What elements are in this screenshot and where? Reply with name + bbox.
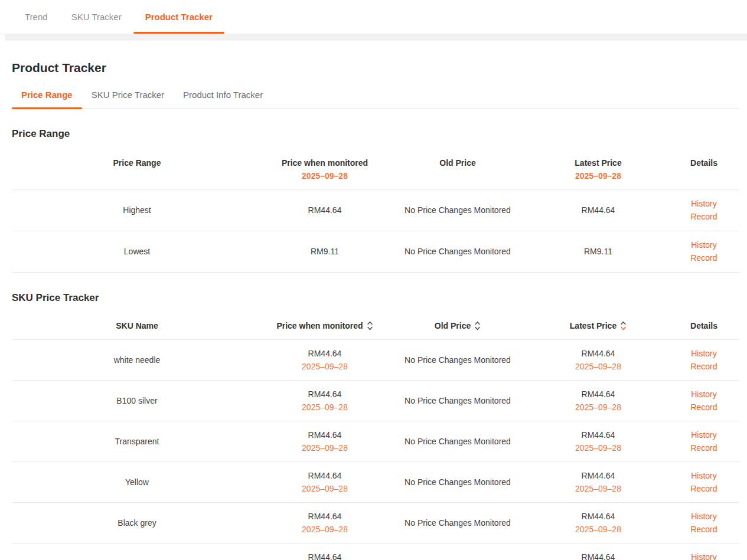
col-header-details: Details <box>668 149 739 189</box>
col-header-old-price-sortable[interactable]: Old Price <box>387 313 528 340</box>
sort-caret-down-icon <box>621 328 625 330</box>
price-range-header-row: Price Range Price when monitored 2025–09… <box>12 149 739 189</box>
primary-tab-bar: Trend SKU Tracker Product Tracker <box>0 0 747 34</box>
latest-price-cell: RM44.64 2025–09–28 <box>528 340 668 381</box>
history-record-link[interactable]: History Record <box>683 238 725 264</box>
sku-price-tracker-table: SKU Name Price when monitored Old Price <box>12 313 739 560</box>
col-header-price-range: Price Range <box>12 149 262 189</box>
subtab-product-info-tracker-label: Product Info Tracker <box>183 90 263 100</box>
old-price-cell: No Price Changes Monitored <box>387 421 528 462</box>
history-record-link[interactable]: History Record <box>683 510 725 536</box>
details-cell: History Record <box>668 503 739 543</box>
col-header-price-when-monitored-sortable[interactable]: Price when monitored <box>262 313 387 340</box>
latest-date-label: 2025–09–28 <box>528 169 668 182</box>
subtab-price-range-label: Price Range <box>21 90 73 100</box>
old-price-cell: No Price Changes Monitored <box>387 462 528 503</box>
sku-name-cell: Yellow <box>12 462 262 503</box>
table-row-sku: B100 silver RM44.64 2025–09–28 No Price … <box>12 381 739 421</box>
sku-name-cell: white needle <box>12 340 262 381</box>
subtab-product-info-tracker[interactable]: Product Info Tracker <box>174 90 272 108</box>
tab-trend[interactable]: Trend <box>13 0 60 34</box>
sort-caret-up-icon <box>621 322 625 325</box>
monitored-price-cell: RM44.64 2025–09–28 <box>262 543 387 560</box>
table-row-sku: RM44.64 2025–09–28 No Price Changes Moni… <box>12 543 739 560</box>
subtab-sku-price-tracker-label: SKU Price Tracker <box>92 90 164 100</box>
history-record-link[interactable]: History Record <box>683 347 725 373</box>
history-record-link[interactable]: History Record <box>683 197 725 223</box>
monitored-price-cell: RM44.64 2025–09–28 <box>262 421 387 462</box>
history-record-link[interactable]: History Record <box>683 469 725 495</box>
sorter-icon[interactable] <box>474 320 481 332</box>
subtab-sku-price-tracker[interactable]: SKU Price Tracker <box>82 90 174 108</box>
table-row-sku: Yellow RM44.64 2025–09–28 No Price Chang… <box>12 462 739 503</box>
col-header-latest-price-sortable[interactable]: Latest Price <box>528 313 668 340</box>
monitored-price-cell: RM44.64 2025–09–28 <box>262 381 387 421</box>
monitored-date: 2025–09–28 <box>262 523 387 536</box>
sorter-icon[interactable] <box>367 320 373 332</box>
details-cell: History Record <box>668 231 739 272</box>
col-header-details: Details <box>668 313 739 340</box>
old-price-cell: No Price Changes Monitored <box>387 231 528 272</box>
details-cell: History Record <box>668 381 739 421</box>
latest-date: 2025–09–28 <box>528 441 668 454</box>
range-name-cell: Lowest <box>12 231 262 272</box>
latest-price-cell: RM44.64 2025–09–28 <box>528 421 668 462</box>
monitored-date: 2025–09–28 <box>262 401 387 414</box>
sorter-icon[interactable] <box>620 320 627 332</box>
tab-trend-label: Trend <box>25 12 48 22</box>
sort-caret-down-icon <box>475 328 479 330</box>
latest-date: 2025–09–28 <box>528 523 668 536</box>
monitored-date: 2025–09–28 <box>262 360 387 373</box>
history-record-link[interactable]: History Record <box>683 551 725 560</box>
monitored-price-cell: RM9.11 <box>262 231 387 272</box>
tab-sku-tracker[interactable]: SKU Tracker <box>60 0 133 34</box>
latest-price-cell: RM9.11 <box>528 231 668 272</box>
latest-date: 2025–09–28 <box>528 482 668 495</box>
sort-caret-up-icon <box>368 322 372 325</box>
details-cell: History Record <box>668 340 739 381</box>
history-record-link[interactable]: History Record <box>683 428 725 454</box>
page-title: Product Tracker <box>12 61 739 74</box>
sku-tracker-header-row: SKU Name Price when monitored Old Price <box>12 313 739 340</box>
subtab-price-range[interactable]: Price Range <box>12 90 82 108</box>
details-cell: History Record <box>668 543 739 560</box>
product-tracker-panel: Product Tracker Price Range SKU Price Tr… <box>0 61 747 560</box>
monitored-date: 2025–09–28 <box>262 441 387 454</box>
monitored-date-label: 2025–09–28 <box>262 169 387 182</box>
old-price-cell: No Price Changes Monitored <box>387 543 528 560</box>
old-price-cell: No Price Changes Monitored <box>387 340 528 381</box>
section-title-sku-price-tracker: SKU Price Tracker <box>12 293 739 303</box>
section-title-price-range: Price Range <box>12 129 739 139</box>
range-name-cell: Highest <box>12 189 262 231</box>
col-header-sku-name: SKU Name <box>12 313 262 340</box>
table-row-lowest: Lowest RM9.11 No Price Changes Monitored… <box>12 231 739 272</box>
table-row-sku: Black grey RM44.64 2025–09–28 No Price C… <box>12 503 739 543</box>
latest-date: 2025–09–28 <box>528 360 668 373</box>
monitored-price-cell: RM44.64 2025–09–28 <box>262 462 387 503</box>
tab-product-tracker-label: Product Tracker <box>145 12 213 22</box>
sort-caret-down-icon <box>368 328 372 330</box>
tab-sku-tracker-label: SKU Tracker <box>71 12 122 22</box>
monitored-price-cell: RM44.64 2025–09–28 <box>262 503 387 543</box>
latest-price-cell: RM44.64 <box>528 189 668 231</box>
table-row-sku: Transparent RM44.64 2025–09–28 No Price … <box>12 421 739 462</box>
monitored-date: 2025–09–28 <box>262 482 387 495</box>
col-header-old-price: Old Price <box>387 149 528 189</box>
details-cell: History Record <box>668 462 739 503</box>
sku-name-cell: Black grey <box>12 503 262 543</box>
history-record-link[interactable]: History Record <box>683 388 725 414</box>
sku-name-cell: Transparent <box>12 421 262 462</box>
col-header-price-when-monitored: Price when monitored 2025–09–28 <box>262 149 387 189</box>
sort-caret-up-icon <box>475 322 479 325</box>
latest-price-cell: RM44.64 2025–09–28 <box>528 462 668 503</box>
price-range-table: Price Range Price when monitored 2025–09… <box>12 149 739 273</box>
table-row-highest: Highest RM44.64 No Price Changes Monitor… <box>12 189 739 231</box>
page-background-strip <box>5 34 747 41</box>
latest-price-cell: RM44.64 2025–09–28 <box>528 503 668 543</box>
tab-product-tracker[interactable]: Product Tracker <box>133 0 224 34</box>
details-cell: History Record <box>668 189 739 231</box>
latest-price-cell: RM44.64 2025–09–28 <box>528 543 668 560</box>
monitored-price-cell: RM44.64 <box>262 189 387 231</box>
details-cell: History Record <box>668 421 739 462</box>
old-price-cell: No Price Changes Monitored <box>387 503 528 543</box>
